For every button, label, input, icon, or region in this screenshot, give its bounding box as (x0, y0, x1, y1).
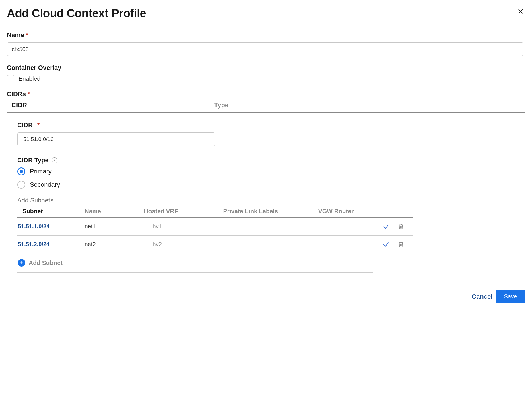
radio-secondary[interactable]: Secondary (17, 181, 432, 189)
close-icon (517, 8, 524, 15)
required-marker: * (37, 121, 40, 129)
delete-subnet-button[interactable] (397, 240, 405, 249)
delete-subnet-button[interactable] (397, 222, 405, 231)
modal-title: Add Cloud Context Profile (7, 7, 146, 20)
subnet-cell-name: net2 (85, 241, 144, 248)
trash-icon (398, 241, 404, 248)
subnet-cell-subnet[interactable]: 51.51.2.0/24 (17, 241, 85, 248)
subnet-row: 51.51.2.0/24 net2 hv2 (17, 236, 413, 253)
subnets-header: Subnet Name Hosted VRF Private Link Labe… (17, 208, 413, 218)
subnet-cell-vrf: hv2 (144, 241, 223, 248)
subnet-cell-subnet[interactable]: 51.51.1.0/24 (17, 223, 85, 230)
radio-primary-indicator (17, 167, 25, 175)
info-icon[interactable]: i (52, 157, 57, 163)
required-marker: * (26, 31, 28, 38)
name-label: Name* (7, 31, 525, 39)
plus-icon: + (18, 259, 25, 267)
required-marker: * (28, 90, 30, 98)
cidrs-label: CIDRs* (7, 90, 525, 98)
cidrs-table-header: CIDR Type (7, 101, 525, 113)
add-subnets-title: Add Subnets (17, 197, 432, 204)
container-overlay-enabled-label: Enabled (18, 75, 40, 82)
container-overlay-checkbox[interactable] (7, 75, 14, 82)
add-subnet-label: Add Subnet (29, 259, 63, 266)
cidr-input[interactable] (17, 132, 215, 146)
cidrs-col-cidr: CIDR (7, 101, 214, 109)
cancel-button[interactable]: Cancel (469, 290, 495, 303)
check-icon (382, 241, 390, 248)
radio-primary-label: Primary (30, 168, 52, 175)
name-input[interactable] (7, 42, 523, 56)
check-icon (382, 223, 390, 230)
confirm-subnet-button[interactable] (382, 240, 390, 249)
subnets-col-vgw: VGW Router (318, 208, 374, 215)
save-button[interactable]: Save (496, 290, 525, 303)
cidr-type-label: CIDR Type i (17, 157, 432, 164)
container-overlay-label: Container Overlay (7, 64, 525, 72)
subnets-col-pll: Private Link Labels (223, 208, 318, 215)
radio-secondary-indicator (17, 181, 25, 189)
subnet-cell-name: net1 (85, 223, 144, 230)
cidrs-col-type: Type (214, 101, 525, 109)
subnet-row: 51.51.1.0/24 net1 hv1 (17, 218, 413, 236)
trash-icon (398, 223, 404, 230)
radio-secondary-label: Secondary (30, 181, 60, 188)
subnets-col-subnet: Subnet (17, 208, 85, 215)
close-button[interactable] (516, 7, 525, 16)
subnets-col-vrf: Hosted VRF (144, 208, 223, 215)
subnet-cell-vrf: hv1 (144, 223, 223, 230)
subnets-col-name: Name (85, 208, 144, 215)
cidr-field-label: CIDR* (17, 121, 432, 129)
confirm-subnet-button[interactable] (382, 222, 390, 231)
radio-primary[interactable]: Primary (17, 167, 432, 175)
add-subnet-button[interactable]: + Add Subnet (17, 253, 373, 273)
